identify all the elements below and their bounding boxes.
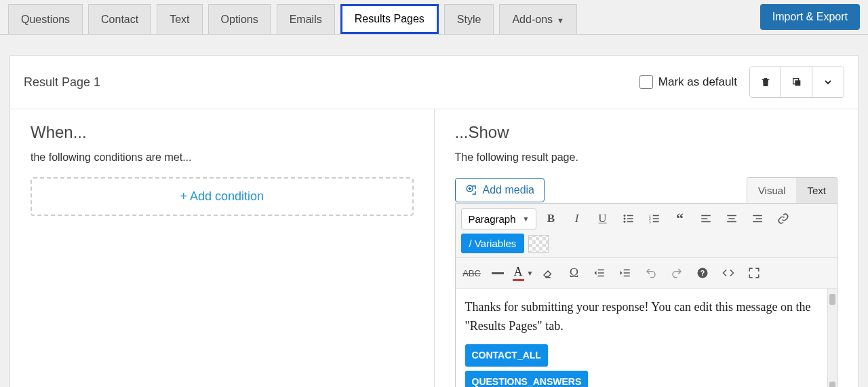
svg-text:?: ? [701,269,705,277]
svg-point-3 [623,215,625,217]
svg-rect-26 [598,276,604,277]
duplicate-button[interactable] [781,67,812,97]
editor-content[interactable]: Thanks for submitting your response! You… [456,289,837,387]
svg-rect-24 [598,270,604,271]
clear-format-button[interactable] [537,262,559,284]
mark-default-toggle[interactable]: Mark as default [639,75,737,89]
variable-chip[interactable]: QUESTIONS_ANSWERS [465,371,589,387]
variables-button[interactable]: / Variables [461,234,525,253]
svg-rect-20 [727,221,736,223]
quote-icon: “ [676,210,684,227]
add-condition-button[interactable]: + Add condition [31,177,414,216]
main-tabs: Questions Contact Text Options Emails Re… [8,4,760,34]
svg-rect-16 [701,218,707,219]
copy-icon [791,77,802,88]
italic-icon: I [575,212,579,225]
show-heading: ...Show [455,123,838,142]
tab-style[interactable]: Style [444,4,494,34]
svg-rect-10 [652,215,658,217]
chevron-down-icon [823,77,833,88]
list-ul-icon [623,213,635,225]
import-export-button[interactable]: Import & Export [760,4,860,30]
redo-button[interactable] [666,262,688,284]
format-select[interactable]: Paragraph [461,208,536,229]
link-button[interactable] [772,208,794,229]
editor-body-text: Thanks for submitting your response! You… [465,298,828,336]
text-color-button[interactable]: A▼ [513,265,534,281]
bold-button[interactable]: B [540,208,562,229]
svg-point-5 [623,218,625,220]
scroll-up-icon [829,294,835,305]
svg-rect-8 [627,221,633,223]
toolbar-row-2: ABC A▼ Ω ? [456,258,837,289]
eraser-icon [542,267,554,279]
toolbar-row-1: Paragraph B I U 123 “ / Variables [456,204,837,258]
align-left-button[interactable] [695,208,717,229]
underline-button[interactable]: U [592,208,614,229]
color-swatch[interactable] [528,235,549,253]
align-right-button[interactable] [747,208,768,229]
help-button[interactable]: ? [692,262,713,284]
outdent-icon [593,267,606,279]
svg-rect-4 [627,215,633,217]
media-icon [465,184,477,196]
editor-tab-text[interactable]: Text [796,178,837,203]
ol-button[interactable]: 123 [644,208,665,229]
svg-rect-21 [753,215,762,217]
show-panel: ...Show The following result page. Add m… [435,109,859,387]
italic-button[interactable]: I [566,208,588,229]
result-page-card: Result Page 1 Mark as default When... th… [9,55,859,387]
align-right-icon [751,213,764,225]
tab-add-ons-label: Add-ons [512,14,553,25]
tab-emails[interactable]: Emails [277,4,335,34]
when-panel: When... the following conditions are met… [10,109,435,387]
trash-icon [760,77,771,88]
add-media-label: Add media [483,184,535,196]
add-media-button[interactable]: Add media [455,178,545,202]
fullscreen-button[interactable] [743,262,765,284]
show-subtitle: The following result page. [455,151,838,164]
svg-rect-19 [728,218,734,219]
hr-button[interactable] [487,262,509,284]
svg-marker-31 [620,271,623,275]
align-center-button[interactable] [721,208,743,229]
mark-default-checkbox[interactable] [639,75,653,89]
strike-button[interactable]: ABC [461,262,483,284]
tab-text[interactable]: Text [157,4,202,34]
tab-results-pages[interactable]: Results Pages [340,4,439,34]
when-heading: When... [31,123,414,142]
text-color-icon: A [513,265,524,281]
undo-icon [645,267,657,279]
undo-button[interactable] [640,262,662,284]
svg-text:3: 3 [648,220,650,224]
help-icon: ? [696,267,709,279]
when-subtitle: the following conditions are met... [31,151,414,164]
indent-button[interactable] [614,262,636,284]
svg-rect-6 [627,218,633,219]
collapse-toggle[interactable] [812,67,844,97]
delete-button[interactable] [750,67,781,97]
bold-icon: B [547,212,555,225]
outdent-button[interactable] [589,262,610,284]
special-char-button[interactable]: Ω [563,262,585,284]
svg-rect-12 [652,218,658,219]
tab-add-ons[interactable]: Add-ons▼ [499,4,576,34]
svg-rect-18 [727,215,736,217]
editor-tab-visual[interactable]: Visual [747,178,797,203]
svg-rect-29 [624,272,630,274]
tab-questions[interactable]: Questions [8,4,83,34]
indent-icon [619,267,631,279]
code-button[interactable] [717,262,739,284]
svg-rect-22 [755,218,762,219]
scrollbar[interactable] [827,289,837,387]
quote-button[interactable]: “ [669,208,691,229]
ul-button[interactable] [618,208,639,229]
svg-marker-27 [595,271,597,275]
tab-options[interactable]: Options [208,4,271,34]
svg-rect-0 [795,80,800,86]
redo-icon [671,267,683,279]
svg-rect-30 [624,276,630,277]
variable-chip[interactable]: CONTACT_ALL [465,344,548,367]
tab-contact[interactable]: Contact [88,4,151,34]
svg-rect-17 [701,221,711,223]
